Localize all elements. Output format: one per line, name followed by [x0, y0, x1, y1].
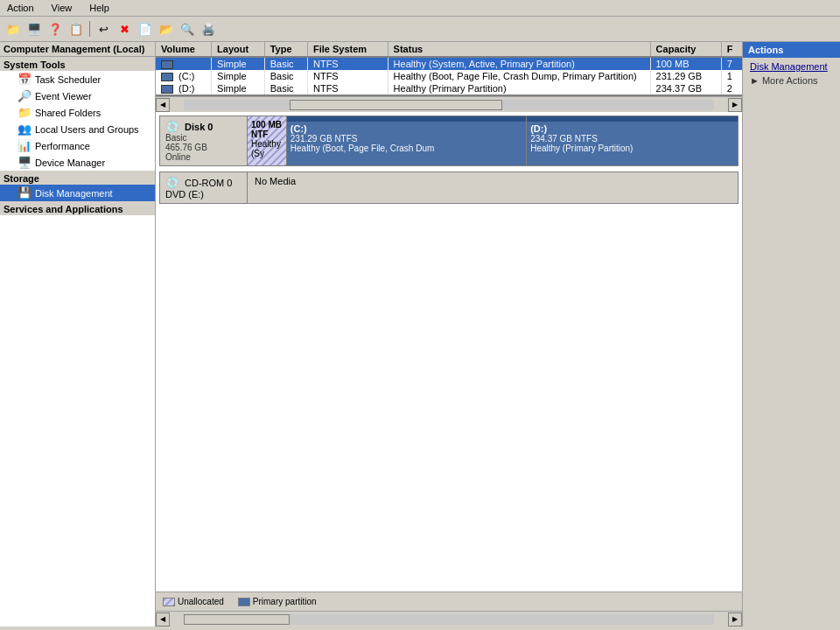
col-layout[interactable]: Layout	[212, 42, 265, 57]
partition-c[interactable]: (C:) 231.29 GB NTFS Healthy (Boot, Page …	[287, 116, 527, 165]
sidebar-item-device-manager[interactable]: 🖥️ Device Manager	[0, 154, 155, 171]
table-row[interactable]: (C:) Simple Basic NTFS Healthy (Boot, Pa…	[156, 70, 742, 82]
partition-label: 100 MB NTF	[251, 120, 283, 139]
toolbar-btn-print[interactable]: 🖨️	[199, 19, 218, 38]
sidebar-title: Computer Management (Local)	[0, 42, 155, 57]
cell-layout: Simple	[212, 82, 265, 94]
col-type[interactable]: Type	[264, 42, 307, 57]
col-volume[interactable]: Volume	[156, 42, 212, 57]
sidebar-item-label: Task Scheduler	[35, 74, 101, 85]
cell-status: Healthy (Primary Partition)	[388, 82, 650, 94]
disk-0-partitions: 100 MB NTF Healthy (Sy (C:) 231.29 GB NT…	[248, 116, 738, 165]
cell-capacity: 234.37 GB	[650, 82, 721, 94]
menu-view[interactable]: View	[48, 2, 76, 14]
disk-0-block: 💿 Disk 0 Basic 465.76 GB Online 100 MB N…	[159, 116, 738, 166]
cdrom-0-content: No Media	[248, 172, 738, 203]
bottom-scroll-track[interactable]	[184, 614, 714, 625]
legend-label-unallocated: Unallocated	[178, 597, 224, 606]
scroll-thumb[interactable]	[290, 100, 501, 110]
legend-swatch-primary	[238, 598, 250, 606]
sidebar-item-label: Disk Management	[35, 188, 113, 199]
toolbar-btn-delete[interactable]: ✖	[115, 19, 134, 38]
sidebar-category-system-tools: System Tools	[0, 57, 155, 71]
actions-section: Disk Management ► More Actions	[743, 58, 840, 89]
disk-0-size: 465.76 GB	[165, 143, 242, 152]
disk-0-label: 💿 Disk 0 Basic 465.76 GB Online	[160, 116, 248, 165]
bottom-scroll-right[interactable]: ▶	[728, 612, 742, 626]
disk-visual-area: 💿 Disk 0 Basic 465.76 GB Online 100 MB N…	[156, 112, 742, 592]
toolbar-btn-undo[interactable]: ↩	[94, 19, 113, 38]
cell-filesystem: NTFS	[307, 82, 388, 94]
partition-system-reserved[interactable]: 100 MB NTF Healthy (Sy	[248, 116, 287, 165]
table-row[interactable]: (D:) Simple Basic NTFS Healthy (Primary …	[156, 82, 742, 94]
cdrom-0-name: 💿 CD-ROM 0	[165, 176, 242, 189]
toolbar-btn-new[interactable]: 📁	[4, 19, 23, 38]
sidebar-item-label: Device Manager	[35, 158, 105, 168]
col-flag[interactable]: F	[721, 42, 742, 57]
toolbar-btn-computer[interactable]: 🖥️	[24, 19, 44, 38]
cdrom-0-label: 💿 CD-ROM 0 DVD (E:)	[160, 172, 248, 203]
cell-capacity: 231.29 GB	[650, 70, 721, 82]
device-manager-icon: 🖥️	[18, 156, 32, 169]
disk-table: Volume Layout Type File System Status Ca…	[156, 42, 742, 94]
col-status[interactable]: Status	[388, 42, 650, 57]
partition-top-bar	[527, 116, 738, 122]
table-row[interactable]: Simple Basic NTFS Healthy (System, Activ…	[156, 57, 742, 70]
bottom-scroll-thumb[interactable]	[184, 614, 290, 625]
col-filesystem[interactable]: File System	[307, 42, 388, 57]
toolbar-btn-search[interactable]: 🔍	[178, 19, 197, 38]
sidebar-item-label: Performance	[35, 141, 90, 151]
sidebar: Computer Management (Local) System Tools…	[0, 42, 156, 626]
bottom-scroll-left[interactable]: ◀	[156, 612, 170, 626]
task-scheduler-icon: 📅	[18, 73, 32, 86]
cell-status: Healthy (Boot, Page File, Crash Dump, Pr…	[388, 70, 650, 82]
partition-sublabel: Healthy (Sy	[251, 139, 283, 158]
sidebar-item-task-scheduler[interactable]: 📅 Task Scheduler	[0, 71, 155, 88]
scroll-track[interactable]	[184, 100, 714, 110]
sidebar-item-shared-folders[interactable]: 📁 Shared Folders	[0, 104, 155, 121]
bottom-scrollbar[interactable]: ◀ ▶	[156, 611, 742, 626]
cell-type: Basic	[264, 70, 307, 82]
sidebar-item-disk-management[interactable]: 💾 Disk Management	[0, 185, 155, 201]
h-scrollbar[interactable]: ◀ ▶	[156, 96, 742, 112]
cell-layout: Simple	[212, 57, 265, 70]
disk-0-type: Basic	[165, 133, 242, 143]
cell-filesystem: NTFS	[307, 57, 388, 70]
cell-status: Healthy (System, Active, Primary Partiti…	[388, 57, 650, 70]
toolbar-btn-doc[interactable]: 📄	[136, 19, 155, 38]
scroll-right-btn[interactable]: ▶	[728, 98, 742, 112]
sidebar-item-local-users[interactable]: 👥 Local Users and Groups	[0, 121, 155, 137]
scroll-left-btn[interactable]: ◀	[156, 98, 170, 112]
partition-label: (D:)	[530, 123, 734, 134]
cell-layout: Simple	[212, 70, 265, 82]
disk-management-icon: 💾	[18, 186, 32, 200]
legend-swatch-unallocated	[163, 598, 175, 606]
sidebar-item-performance[interactable]: 📊 Performance	[0, 137, 155, 154]
partition-sublabel: 231.29 GB NTFS	[290, 134, 522, 144]
more-actions-btn[interactable]: ► More Actions	[746, 74, 836, 88]
legend-primary: Primary partition	[238, 597, 317, 606]
toolbar-btn-properties[interactable]: 📋	[66, 19, 86, 38]
cell-type: Basic	[264, 82, 307, 94]
partition-label: (C:)	[290, 123, 522, 134]
toolbar-btn-open[interactable]: 📂	[157, 19, 176, 38]
local-users-icon: 👥	[18, 122, 32, 136]
disk-0-name: 💿 Disk 0	[165, 120, 242, 133]
sidebar-item-label: Local Users and Groups	[35, 124, 139, 135]
menu-help[interactable]: Help	[86, 2, 113, 14]
menu-bar: Action View Help	[0, 0, 840, 17]
sidebar-category-services: Services and Applications	[0, 201, 155, 215]
partition-sublabel: 234.37 GB NTFS	[530, 134, 734, 144]
disk-management-link[interactable]: Disk Management	[746, 60, 836, 74]
table-area: Volume Layout Type File System Status Ca…	[156, 42, 742, 96]
partition-d[interactable]: (D:) 234.37 GB NTFS Healthy (Primary Par…	[527, 116, 738, 165]
sidebar-item-event-viewer[interactable]: 🔎 Event Viewer	[0, 88, 155, 104]
toolbar-btn-help[interactable]: ❓	[46, 19, 65, 38]
menu-action[interactable]: Action	[4, 2, 38, 14]
col-capacity[interactable]: Capacity	[650, 42, 721, 57]
shared-folders-icon: 📁	[18, 106, 32, 119]
cell-flag: 1	[721, 70, 742, 82]
cell-filesystem: NTFS	[307, 70, 388, 82]
content-area: Volume Layout Type File System Status Ca…	[156, 42, 742, 626]
cell-flag: 7	[721, 57, 742, 70]
